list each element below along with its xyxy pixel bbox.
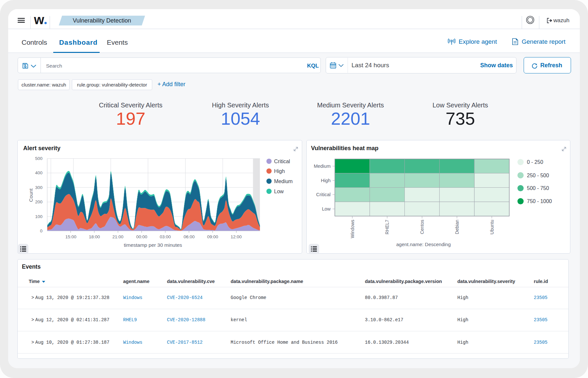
svg-text:Ubuntu: Ubuntu: [489, 220, 495, 234]
svg-text:Centos: Centos: [419, 220, 425, 234]
svg-text:RHEL7: RHEL7: [384, 220, 390, 234]
svg-text:Windows: Windows: [350, 220, 355, 238]
svg-text:Debian: Debian: [454, 220, 460, 234]
